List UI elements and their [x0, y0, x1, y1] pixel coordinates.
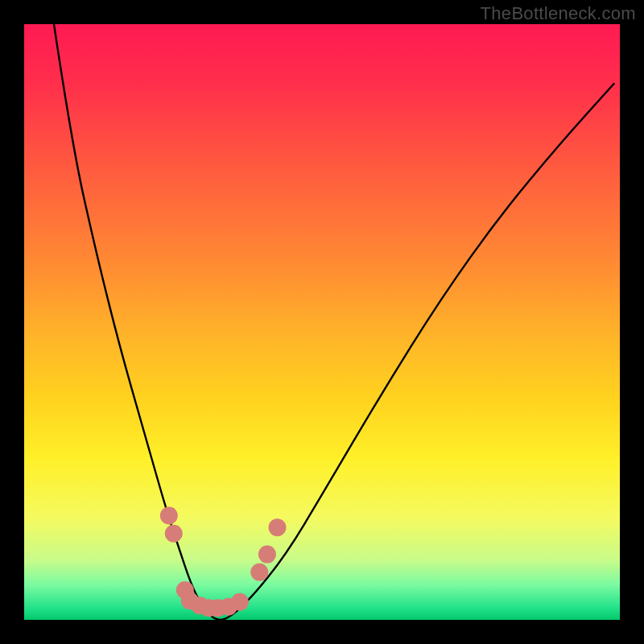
plot-area	[24, 24, 620, 620]
highlight-dot	[269, 518, 287, 536]
chart-frame: TheBottleneck.com	[0, 0, 644, 644]
highlight-dot	[160, 507, 178, 525]
bottleneck-curve	[54, 24, 614, 620]
highlight-dots-group	[160, 507, 287, 617]
watermark-text: TheBottleneck.com	[481, 3, 636, 24]
chart-overlay	[24, 24, 620, 620]
highlight-dot	[258, 546, 276, 564]
highlight-dot	[165, 525, 183, 543]
highlight-dot	[231, 593, 249, 611]
highlight-dot	[250, 564, 268, 581]
